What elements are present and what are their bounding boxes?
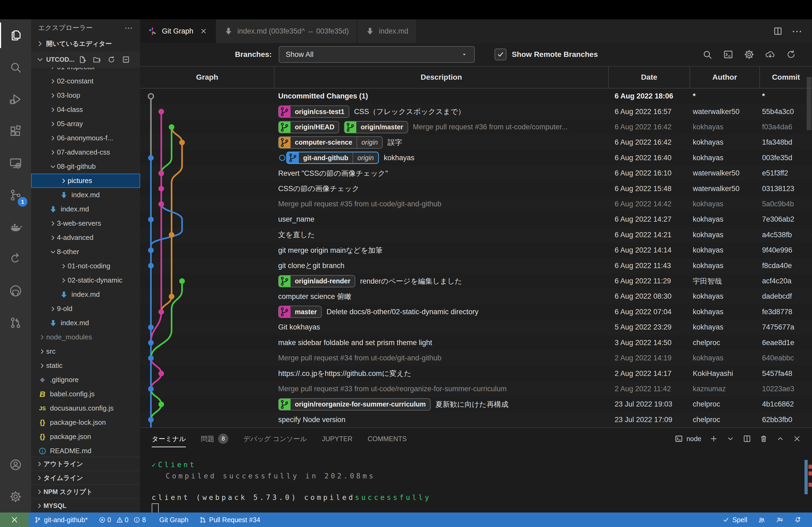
tree-folder-static[interactable]: static — [31, 359, 140, 373]
branch-label-master[interactable]: master — [278, 306, 322, 318]
activity-item-pull-requests[interactable] — [0, 307, 31, 338]
terminal-dropdown-icon[interactable] — [726, 434, 735, 443]
sidebar-section-MYSQL[interactable]: MYSQL — [31, 499, 140, 512]
tree-folder-src[interactable]: src — [31, 344, 140, 359]
find-commit-icon[interactable] — [702, 49, 713, 60]
tab-index.md[interactable]: index.md (003fe35d^ ⇔ 003fe35d) — [216, 19, 358, 43]
activity-item-run-debug[interactable] — [0, 83, 31, 115]
sidebar-section-アウトライン[interactable]: アウトライン — [31, 457, 140, 471]
editor-scrollbar[interactable] — [807, 77, 811, 130]
status-organization[interactable] — [753, 512, 771, 527]
activity-item-settings[interactable] — [0, 481, 31, 512]
tree-file-babel.config.js[interactable]: Bbabel.config.js — [31, 387, 140, 401]
branch-label-git-and-github[interactable]: git-and-githuborigin — [286, 152, 379, 164]
status-git-graph[interactable]: Git Graph — [154, 512, 193, 527]
tree-folder-01-not-coding[interactable]: 01-not-coding — [31, 259, 140, 273]
status-branch[interactable]: git-and-github* — [29, 512, 93, 527]
tree-folder-05-array[interactable]: 05-array — [31, 117, 140, 131]
activity-item-git-graph[interactable]: 1 — [0, 179, 31, 211]
activity-item-remote-explorer[interactable] — [0, 147, 31, 179]
tree-file-package-lock.json[interactable]: {}package-lock.json — [31, 416, 140, 430]
branch-label-origin-css-test1[interactable]: origin/css-test1 — [278, 105, 349, 118]
tree-file-.gitignore[interactable]: .gitignore — [31, 373, 140, 387]
activity-item-extensions[interactable] — [0, 115, 31, 147]
column-header-commit[interactable]: Commit — [760, 66, 812, 88]
status-notifications[interactable] — [789, 512, 807, 527]
column-header-author[interactable]: Author — [690, 66, 760, 88]
tree-folder-8-other[interactable]: 8-other — [31, 245, 140, 259]
fetch-remote-icon[interactable] — [765, 49, 775, 60]
tree-folder-06-anonymous-f...[interactable]: 06-anonymous-f... — [31, 131, 140, 145]
new-file-icon[interactable] — [78, 55, 87, 64]
terminal-output[interactable]: ✓ ClientCompiled successfully in 202.08m… — [141, 450, 812, 514]
split-terminal-icon[interactable] — [743, 434, 751, 443]
status-spell[interactable]: Spell — [717, 512, 753, 527]
tree-file-index.md[interactable]: index.md — [31, 316, 140, 330]
activity-item-search[interactable] — [0, 51, 31, 83]
sidebar-section-NPM スクリプト[interactable]: NPM スクリプト — [31, 485, 140, 499]
activity-item-docker[interactable] — [0, 211, 31, 243]
more-actions-icon[interactable]: ⋯ — [792, 25, 803, 37]
tree-folder-03-loop[interactable]: 03-loop — [31, 88, 140, 103]
panel-tab-JUPYTER[interactable]: JUPYTER — [322, 428, 352, 450]
branch-label-origin-add-render[interactable]: origin/add-render — [278, 275, 355, 287]
sidebar-section-タイムライン[interactable]: タイムライン — [31, 471, 140, 485]
tab-git[interactable]: Git Graph — [141, 19, 216, 43]
branch-label-computer-science[interactable]: computer-scienceorigin — [278, 136, 383, 149]
tree-file-README.md[interactable]: README.md — [31, 444, 140, 458]
status-feedback[interactable] — [771, 512, 789, 527]
activity-item-explorer[interactable] — [0, 19, 31, 51]
branches-dropdown[interactable]: Show All — [279, 46, 475, 63]
graph-settings-icon[interactable] — [744, 49, 755, 60]
terminal-scrollbar[interactable] — [804, 460, 808, 494]
split-editor-icon[interactable] — [773, 26, 783, 36]
tab-index.md[interactable]: index.md — [358, 19, 417, 43]
tree-folder-node_modules[interactable]: node_modules — [31, 330, 140, 344]
panel-tab-問題[interactable]: 問題8 — [201, 428, 228, 450]
tree-file-index.md[interactable]: index.md — [31, 188, 140, 202]
activity-item-loop-tool[interactable] — [0, 243, 31, 275]
tree-folder-04-class[interactable]: 04-class — [31, 103, 140, 117]
tree-folder-02-constant[interactable]: 02-constant — [31, 74, 140, 88]
status-remote-indicator[interactable] — [0, 512, 29, 527]
show-remote-checkbox[interactable] — [495, 48, 506, 60]
tree-folder-3-web-servers[interactable]: 3-web-servers — [31, 216, 140, 230]
panel-tab-COMMENTS[interactable]: COMMENTS — [367, 428, 407, 450]
tree-folder-07-advanced-css[interactable]: 07-advanced-css — [31, 145, 140, 160]
tree-folder-9-old[interactable]: 9-old — [31, 302, 140, 316]
branch-label-origin-HEAD[interactable]: origin/HEAD — [278, 121, 339, 133]
workspace-root-row[interactable]: UTCOD... — [31, 51, 140, 67]
panel-tab-ターミナル[interactable]: ターミナル — [152, 428, 186, 450]
activity-item-github[interactable] — [0, 275, 31, 307]
close-panel-icon[interactable] — [793, 434, 801, 443]
shell-selector[interactable]: node — [675, 434, 701, 443]
tree-file-package.json[interactable]: {}package.json — [31, 430, 140, 444]
activity-item-accounts[interactable] — [0, 449, 31, 481]
close-tab-icon[interactable] — [200, 27, 207, 35]
branch-label-origin-master[interactable]: origin/master — [344, 121, 408, 133]
tree-file-docusaurus.config.js[interactable]: JSdocusaurus.config.js — [31, 401, 140, 416]
collapse-folders-icon[interactable] — [122, 55, 130, 64]
branch-label-origin-reorganize-for-summer-curriculum[interactable]: origin/reorganize-for-summer-curriculum — [278, 398, 431, 410]
maximize-panel-icon[interactable] — [776, 434, 785, 443]
column-header-graph[interactable]: Graph — [141, 66, 274, 88]
tree-folder-08-git-github[interactable]: 08-git-github — [31, 160, 140, 174]
panel-tab-デバッグ コンソール[interactable]: デバッグ コンソール — [243, 428, 307, 450]
open-editors-section[interactable]: 開いているエディター — [31, 36, 140, 51]
column-header-description[interactable]: Description — [274, 66, 609, 88]
tree-file-index.md[interactable]: index.md — [31, 202, 140, 216]
status-problems[interactable]: 008 — [93, 512, 154, 527]
tree-folder-4-advanced[interactable]: 4-advanced — [31, 230, 140, 245]
tree-folder-pictures[interactable]: pictures — [31, 174, 140, 188]
sidebar-more-icon[interactable]: ⋯ — [125, 23, 133, 32]
tree-folder-02-static-dynamic[interactable]: 02-static-dynamic — [31, 273, 140, 287]
tree-folder-01-inspector[interactable]: 01-inspector — [31, 67, 140, 74]
new-folder-icon[interactable] — [93, 55, 101, 64]
column-header-date[interactable]: Date — [609, 66, 690, 88]
tree-file-index.md[interactable]: index.md — [31, 287, 140, 302]
refresh-graph-icon[interactable] — [786, 49, 796, 60]
kill-terminal-icon[interactable] — [759, 434, 768, 443]
refresh-explorer-icon[interactable] — [107, 55, 116, 64]
new-terminal-icon[interactable] — [709, 434, 718, 443]
open-terminal-icon[interactable] — [723, 49, 734, 60]
